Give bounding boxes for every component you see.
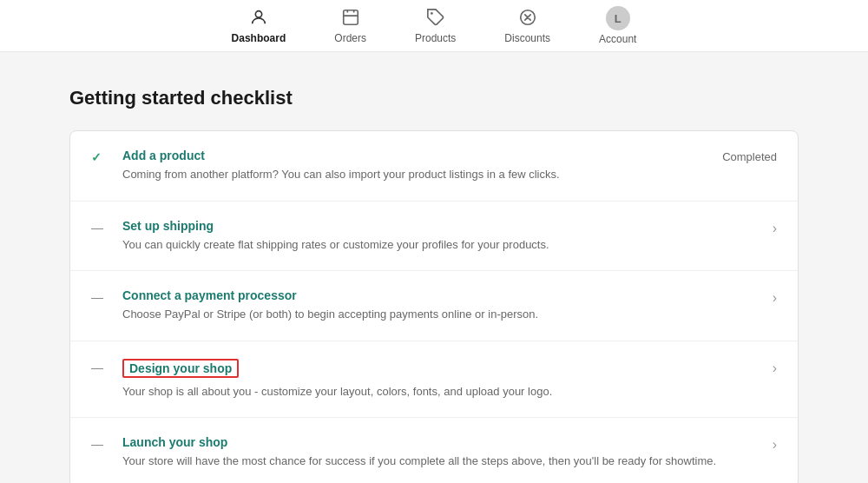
nav-item-orders[interactable]: Orders [327,8,373,44]
item-desc-design: Your shop is all about you - customize y… [122,383,759,400]
checklist-item-shipping[interactable]: — Set up shipping You can quickly create… [70,202,798,272]
svg-point-2 [431,12,433,15]
checklist-item-payment[interactable]: — Connect a payment processor Choose Pay… [70,271,798,341]
chevron-right-icon-design: › [773,361,777,376]
item-title-launch[interactable]: Launch your shop [122,435,759,449]
svg-rect-1 [343,10,358,24]
main-content: Getting started checklist ✓ Add a produc… [0,52,868,483]
item-content-payment: Connect a payment processor Choose PayPa… [122,288,759,323]
item-content-add-product: Add a product Coming from another platfo… [122,149,708,183]
account-avatar: L [606,6,630,30]
page-title: Getting started checklist [69,87,799,109]
nav-label-account: Account [599,33,636,45]
item-content-launch: Launch your shop Your store will have th… [122,435,759,470]
svg-point-0 [255,10,261,17]
item-title-shipping[interactable]: Set up shipping [122,219,759,233]
checklist-card: ✓ Add a product Coming from another plat… [69,130,799,483]
item-content-design: Design your shop Your shop is all about … [122,359,759,400]
nav-item-account[interactable]: L Account [592,6,643,45]
item-desc-payment: Choose PayPal or Stripe (or both) to beg… [122,306,759,323]
item-desc-launch: Your store will have the most chance for… [122,453,759,470]
chevron-right-icon-payment: › [773,290,777,306]
dash-icon-payment: — [91,290,108,304]
chevron-right-icon-launch: › [773,437,777,453]
nav-item-dashboard[interactable]: Dashboard [225,8,293,44]
dashboard-icon [249,8,268,30]
chevron-right-icon-shipping: › [773,221,777,236]
item-title-payment[interactable]: Connect a payment processor [122,288,759,302]
dash-icon-shipping: — [91,221,108,235]
products-icon [426,8,445,30]
nav-label-orders: Orders [334,32,366,44]
checklist-item-launch[interactable]: — Launch your shop Your store will have … [70,418,798,483]
item-desc-shipping: You can quickly create flat shipping rat… [122,236,759,254]
top-navigation: Dashboard Orders Products Discounts [0,0,868,52]
nav-item-discounts[interactable]: Discounts [497,8,557,44]
checklist-item-design[interactable]: — Design your shop Your shop is all abou… [70,341,798,419]
nav-item-products[interactable]: Products [408,8,463,44]
orders-icon [341,8,360,30]
item-title-design[interactable]: Design your shop [122,359,239,378]
item-content-shipping: Set up shipping You can quickly create f… [122,219,759,254]
nav-label-dashboard: Dashboard [232,32,286,44]
completed-checkmark-icon: ✓ [91,150,108,164]
checklist-item-add-product[interactable]: ✓ Add a product Coming from another plat… [70,131,798,202]
item-status-add-product: Completed [722,150,777,163]
item-title-add-product[interactable]: Add a product [122,149,708,162]
discounts-icon [518,8,537,30]
item-desc-add-product: Coming from another platform? You can al… [122,166,708,183]
dash-icon-launch: — [91,437,108,451]
nav-label-products: Products [415,32,456,44]
nav-label-discounts: Discounts [504,32,550,44]
dash-icon-design: — [91,361,108,374]
